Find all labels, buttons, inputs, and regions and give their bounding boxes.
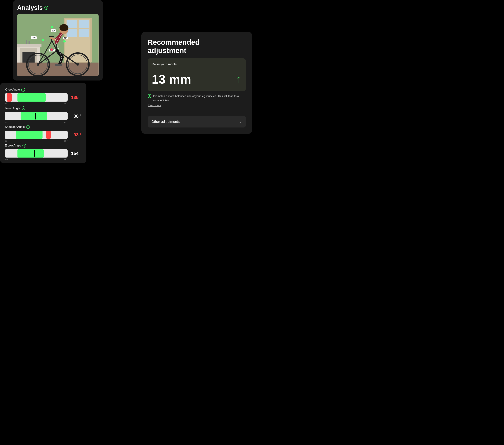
elbow-angle-value: 154 ° bbox=[70, 151, 82, 156]
elbow-angle-label-row: Elbow Angle ! bbox=[5, 144, 82, 148]
description-row: ! Promotes a more balanced use of your l… bbox=[148, 94, 246, 103]
recommended-title: Recommendedadjustment bbox=[148, 38, 246, 55]
saddle-label: Raise your saddle bbox=[152, 63, 242, 66]
knee-angle-label-row: Knee Angle ! bbox=[5, 88, 82, 92]
knee-angle-tick-labels: 140 ° 190 ° bbox=[5, 103, 68, 105]
joint-dot-shoulder bbox=[51, 26, 53, 28]
analysis-title: Analysis bbox=[17, 4, 43, 11]
svg-point-30 bbox=[59, 24, 69, 31]
shoulder-angle-tick-labels: 80 ° 90 ° bbox=[5, 140, 68, 142]
other-adjustments-row[interactable]: Other adjustments ⌄ bbox=[148, 116, 246, 127]
svg-rect-13 bbox=[29, 41, 30, 44]
joint-dot-hip bbox=[42, 39, 44, 41]
shoulder-angle-info-icon[interactable]: ! bbox=[26, 125, 30, 129]
torso-angle-name: Torso Angle bbox=[5, 107, 20, 110]
knee-angle-slider-row: 140 ° 190 ° 135 ° bbox=[5, 93, 82, 102]
angle-label-86: 86° bbox=[51, 29, 56, 32]
knee-angle-value: 135 ° bbox=[70, 95, 82, 100]
analysis-info-icon[interactable]: ! bbox=[44, 6, 48, 10]
elbow-angle-green-fill bbox=[18, 149, 44, 157]
svg-rect-11 bbox=[17, 44, 41, 47]
saddle-box: Raise your saddle 13 mm ↑ bbox=[148, 58, 246, 91]
torso-angle-info-icon[interactable]: ! bbox=[22, 106, 25, 110]
shoulder-angle-track: 80 ° 90 ° bbox=[5, 131, 68, 139]
joint-dot-knee bbox=[63, 40, 66, 42]
elbow-angle-section: Elbow Angle ! 145 ° 165 ° 154 ° bbox=[5, 144, 82, 157]
elbow-angle-track: 145 ° 165 ° bbox=[5, 149, 68, 157]
read-more-link[interactable]: Read more bbox=[148, 104, 161, 107]
description-text: Promotes a more balanced use of your leg… bbox=[153, 94, 246, 103]
svg-rect-12 bbox=[26, 40, 27, 44]
analysis-title-row: Analysis ! bbox=[17, 4, 99, 11]
saddle-value: 13 mm bbox=[152, 73, 191, 86]
torso-angle-marker bbox=[35, 113, 36, 120]
knee-angle-track: 140 ° 190 ° bbox=[5, 93, 68, 102]
torso-angle-green-fill bbox=[20, 112, 47, 120]
shoulder-angle-name: Shoulder Angle bbox=[5, 125, 25, 129]
knee-angle-green-fill bbox=[18, 93, 46, 102]
elbow-angle-name: Elbow Angle bbox=[5, 144, 21, 147]
elbow-angle-slider-row: 145 ° 165 ° 154 ° bbox=[5, 149, 82, 157]
torso-angle-track: 35 ° 45 ° bbox=[5, 112, 68, 120]
shoulder-angle-label-row: Shoulder Angle ! bbox=[5, 125, 82, 129]
torso-angle-slider-row: 35 ° 45 ° 38 ° bbox=[5, 112, 82, 120]
elbow-angle-marker bbox=[34, 150, 35, 157]
svg-point-35 bbox=[55, 64, 63, 66]
knee-angle-name: Knee Angle bbox=[5, 88, 20, 91]
torso-angle-value: 38 ° bbox=[70, 114, 82, 119]
analysis-card: Analysis ! bbox=[13, 0, 103, 81]
angle-label-42: 42° bbox=[63, 37, 68, 39]
torso-angle-section: Torso Angle ! 35 ° 45 ° 38 ° bbox=[5, 106, 82, 120]
shoulder-angle-red-fill bbox=[46, 131, 51, 139]
shoulder-angle-green-fill bbox=[16, 131, 42, 139]
other-adjustments-label: Other adjustments bbox=[151, 120, 180, 124]
svg-rect-5 bbox=[79, 20, 89, 28]
shoulder-angle-slider-row: 80 ° 90 ° 93 ° bbox=[5, 131, 82, 139]
angle-label-160: 160° bbox=[31, 36, 37, 39]
torso-angle-label-row: Torso Angle ! bbox=[5, 106, 82, 110]
bike-image: 86° 160° 42° 139° bbox=[17, 14, 99, 76]
up-arrow-icon: ↑ bbox=[236, 74, 242, 85]
angles-panel: Knee Angle ! 140 ° 190 ° 135 ° Torso Ang… bbox=[0, 83, 86, 163]
knee-angle-section: Knee Angle ! 140 ° 190 ° 135 ° bbox=[5, 88, 82, 102]
divider bbox=[148, 113, 246, 113]
joint-dot-ankle bbox=[51, 48, 53, 51]
torso-angle-tick-labels: 35 ° 45 ° bbox=[5, 121, 68, 123]
knee-angle-red-fill bbox=[7, 93, 12, 102]
recommended-card: Recommendedadjustment Raise your saddle … bbox=[141, 32, 252, 134]
shoulder-angle-section: Shoulder Angle ! 80 ° 90 ° 93 ° bbox=[5, 125, 82, 139]
elbow-angle-tick-labels: 145 ° 165 ° bbox=[5, 159, 68, 161]
shoulder-angle-value: 93 ° bbox=[70, 132, 82, 137]
chevron-down-icon: ⌄ bbox=[239, 120, 242, 124]
description-info-icon[interactable]: ! bbox=[148, 94, 151, 98]
knee-angle-info-icon[interactable]: ! bbox=[21, 88, 25, 92]
saddle-value-row: 13 mm ↑ bbox=[152, 73, 242, 86]
elbow-angle-info-icon[interactable]: ! bbox=[22, 144, 26, 148]
svg-rect-7 bbox=[79, 29, 89, 37]
